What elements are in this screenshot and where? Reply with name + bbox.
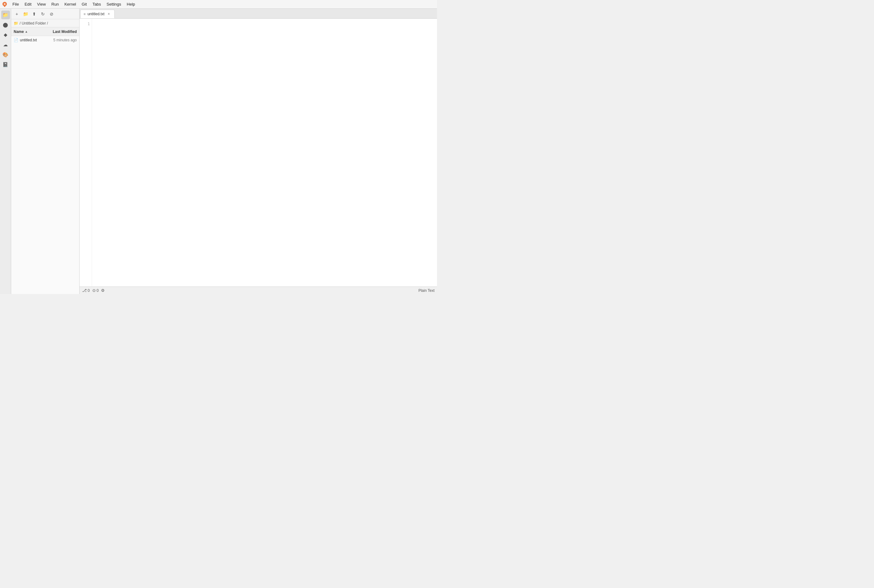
file-type-status: Plain Text	[418, 288, 435, 293]
git-branch-value: 0	[88, 288, 90, 293]
statusbar: ⎇ 0 ⊙ 0 ⚙ Plain Text	[79, 286, 437, 294]
cloud-icon[interactable]: ☁	[1, 40, 10, 49]
tab-bar: ≡untitled.txt×	[79, 9, 437, 19]
file-type-label: Plain Text	[418, 288, 435, 293]
tab-label: untitled.txt	[87, 12, 105, 16]
menu-item-menu-file[interactable]: File	[10, 1, 21, 7]
file-list-header: Name ▲ Last Modified	[11, 27, 79, 36]
upload-button[interactable]: ⬆	[30, 10, 38, 18]
menubar: FileEditViewRunKernelGitTabsSettingsHelp	[0, 0, 437, 9]
git-branch-status: ⎇ 0	[82, 288, 90, 293]
issues-icon: ⊙	[92, 288, 96, 293]
palette-icon[interactable]: 🎨	[1, 50, 10, 59]
column-name-header[interactable]: Name ▲	[13, 30, 49, 34]
editor-tab[interactable]: ≡untitled.txt×	[80, 10, 115, 18]
menu-item-menu-tabs[interactable]: Tabs	[90, 1, 103, 7]
issues-value: 0	[97, 288, 99, 293]
file-toolbar: +📁⬆↻⊘	[11, 9, 79, 19]
file-item[interactable]: 📄untitled.txt5 minutes ago	[11, 36, 79, 44]
issues-status: ⊙ 0	[92, 288, 99, 293]
new-folder-button[interactable]: 📁	[22, 10, 29, 18]
sort-arrow: ▲	[25, 30, 28, 33]
new-file-button[interactable]: +	[13, 10, 21, 18]
svg-point-0	[4, 3, 6, 5]
folder-icon[interactable]: 📁	[1, 10, 10, 19]
file-panel: +📁⬆↻⊘ 📁 / Untitled Folder / Name ▲ Last …	[11, 9, 79, 294]
tab-close-button[interactable]: ×	[106, 12, 111, 16]
menu-item-menu-help[interactable]: Help	[124, 1, 138, 7]
column-modified-header[interactable]: Last Modified	[49, 30, 77, 34]
filter-button[interactable]: ⊘	[48, 10, 55, 18]
app-logo	[1, 1, 8, 8]
editor-area: ≡untitled.txt× 1 ⎇ 0 ⊙ 0 ⚙ Plain Text	[79, 9, 437, 294]
circle-icon[interactable]: ⬤	[1, 21, 10, 29]
diamond-icon[interactable]: ◆	[1, 30, 10, 39]
file-icon: 📄	[13, 38, 18, 42]
breadcrumb: 📁 / Untitled Folder /	[11, 19, 79, 27]
line-number-1: 1	[79, 21, 90, 27]
editor-text[interactable]	[92, 19, 437, 286]
editor-content: 1	[79, 19, 437, 286]
book-icon[interactable]: 📓	[1, 60, 10, 69]
folder-icon-small: 📁	[13, 21, 18, 26]
refresh-button[interactable]: ↻	[39, 10, 46, 18]
line-numbers: 1	[79, 19, 92, 286]
sidebar-icons: 📁⬤◆☁🎨📓	[0, 9, 11, 294]
menu-item-menu-git[interactable]: Git	[79, 1, 90, 7]
tab-file-icon: ≡	[84, 12, 85, 16]
main-container: 📁⬤◆☁🎨📓 +📁⬆↻⊘ 📁 / Untitled Folder / Name …	[0, 9, 437, 294]
settings-icon: ⚙	[101, 288, 105, 293]
git-branch-icon: ⎇	[82, 288, 87, 293]
settings-status[interactable]: ⚙	[101, 288, 105, 293]
menu-item-menu-kernel[interactable]: Kernel	[62, 1, 79, 7]
menu-item-menu-settings[interactable]: Settings	[104, 1, 124, 7]
breadcrumb-text: / Untitled Folder /	[19, 21, 48, 26]
file-modified: 5 minutes ago	[49, 38, 77, 42]
file-name: untitled.txt	[20, 38, 49, 42]
menu-item-menu-edit[interactable]: Edit	[22, 1, 34, 7]
menu-item-menu-run[interactable]: Run	[49, 1, 61, 7]
menu-item-menu-view[interactable]: View	[34, 1, 48, 7]
file-list: 📄untitled.txt5 minutes ago	[11, 36, 79, 294]
